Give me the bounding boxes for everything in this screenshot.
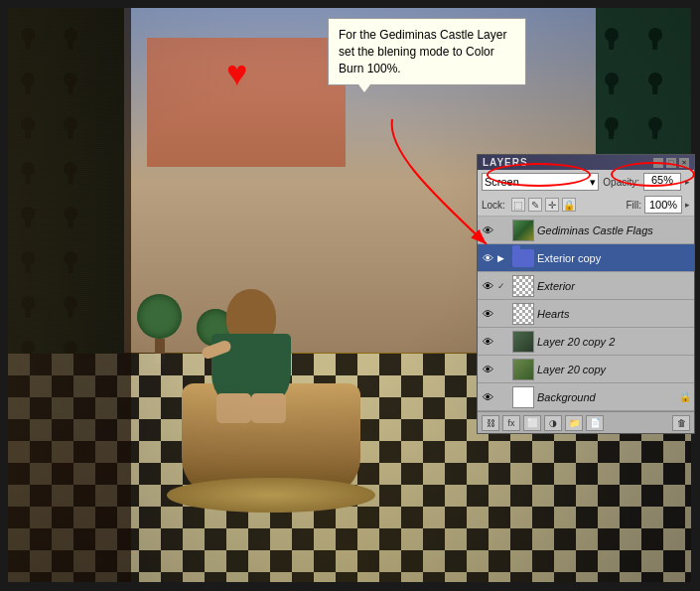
group-button[interactable]: 📁 [565, 415, 583, 431]
visibility-icon[interactable]: 👁 [481, 223, 494, 237]
layer-name: Exterior copy [537, 252, 691, 264]
folder-icon [512, 249, 534, 267]
fill-area: Fill: 100% ▸ [626, 196, 690, 214]
fill-stepper[interactable]: ▸ [685, 200, 690, 210]
blend-mode-select[interactable]: Screen ▾ [482, 173, 599, 191]
layer-thumbnail [512, 220, 534, 241]
minimize-button[interactable]: – [653, 158, 663, 168]
layer-item[interactable]: 👁 ▶ Exterior copy [478, 244, 694, 272]
thumb-content [513, 221, 533, 240]
maximize-button[interactable]: □ [666, 158, 676, 168]
keyhole-icon [647, 117, 663, 141]
heart-shape: ♥ [226, 53, 247, 94]
thumb-content [513, 332, 533, 352]
layer-item[interactable]: 👁 Gediminas Castle Flags [478, 217, 694, 244]
lock-all-button[interactable]: 🔒 [562, 198, 576, 212]
check-icon: ✓ [497, 281, 509, 291]
girl-figure [202, 289, 301, 438]
fx-button[interactable]: fx [502, 415, 520, 431]
layer-name: Background [537, 391, 676, 403]
link-layers-button[interactable]: ⛓ [482, 415, 499, 431]
layers-panel: LAYERS – □ × Screen ▾ Opacity: 65% ▸ Loc… [477, 154, 695, 434]
expand-icon[interactable]: ▶ [497, 253, 509, 263]
adjustment-button[interactable]: ◑ [544, 415, 562, 431]
layer-thumbnail [512, 275, 534, 297]
visibility-icon[interactable]: 👁 [481, 307, 494, 321]
layer-item[interactable]: 👁 ✓ Exterior [478, 272, 694, 300]
keyhole-icon [604, 73, 620, 96]
layer-item[interactable]: 👁 Layer 20 copy [478, 356, 694, 383]
layers-titlebar: LAYERS – □ × [478, 155, 694, 170]
tooltip-box: For the Gediminas Castle Layer set the b… [328, 18, 526, 85]
visibility-icon[interactable]: 👁 [481, 279, 494, 293]
visibility-icon[interactable]: 👁 [481, 251, 494, 265]
keyhole-icon [604, 28, 620, 52]
close-button[interactable]: × [679, 158, 689, 168]
lock-position-button[interactable]: ✛ [545, 198, 559, 212]
keyhole-icon [647, 73, 663, 96]
lock-icons-group: ⬚ ✎ ✛ 🔒 [511, 198, 621, 212]
lock-image-button[interactable]: ✎ [528, 198, 542, 212]
layer-name: Layer 20 copy 2 [537, 336, 691, 348]
thumb-content [513, 304, 533, 324]
blend-opacity-row: Screen ▾ Opacity: 65% ▸ [478, 170, 694, 194]
fill-label: Fill: [626, 200, 641, 211]
lock-fill-row: Lock: ⬚ ✎ ✛ 🔒 Fill: 100% ▸ [478, 194, 694, 217]
thumb-content [513, 276, 533, 296]
layer-name: Exterior [537, 280, 691, 292]
layer-thumbnail [512, 359, 534, 380]
delete-layer-button[interactable]: 🗑 [672, 415, 690, 431]
lock-icon: 🔒 [679, 391, 691, 403]
visibility-icon[interactable]: 👁 [481, 335, 494, 349]
thumb-content [513, 360, 533, 379]
titlebar-controls: – □ × [653, 158, 689, 168]
layer-name: Gediminas Castle Flags [537, 224, 691, 236]
layer-name: Hearts [537, 308, 691, 320]
mask-button[interactable]: ⬜ [523, 415, 541, 431]
opacity-input[interactable]: 65% [643, 173, 681, 191]
layer-item[interactable]: 👁 Background 🔒 [478, 383, 694, 411]
visibility-icon[interactable]: 👁 [481, 390, 494, 404]
opacity-stepper[interactable]: ▸ [685, 177, 690, 187]
layer-thumbnail [512, 331, 534, 353]
lock-label: Lock: [482, 200, 505, 211]
thumb-content [513, 387, 533, 407]
layers-title: LAYERS [483, 157, 528, 168]
new-layer-button[interactable]: 📄 [586, 415, 604, 431]
layer-item[interactable]: 👁 Hearts [478, 300, 694, 328]
lock-pixels-button[interactable]: ⬚ [511, 198, 525, 212]
blend-mode-arrow: ▾ [590, 176, 596, 189]
layers-toolbar: ⛓ fx ⬜ ◑ 📁 📄 🗑 [478, 411, 694, 433]
blend-mode-value: Screen [485, 176, 519, 188]
layer-thumbnail [512, 386, 534, 408]
keyhole-icon [604, 117, 620, 141]
keyhole-icon [647, 28, 663, 52]
side-wall-left [8, 8, 131, 582]
fill-input[interactable]: 100% [644, 196, 682, 214]
tooltip-text: For the Gediminas Castle Layer set the b… [339, 28, 506, 75]
layer-name: Layer 20 copy [537, 364, 691, 375]
visibility-icon[interactable]: 👁 [481, 363, 494, 376]
layer-item[interactable]: 👁 Layer 20 copy 2 [478, 328, 694, 356]
opacity-label: Opacity: [603, 177, 639, 188]
layer-thumbnail [512, 303, 534, 325]
layers-list[interactable]: 👁 Gediminas Castle Flags 👁 ▶ Exterior co… [478, 217, 694, 411]
